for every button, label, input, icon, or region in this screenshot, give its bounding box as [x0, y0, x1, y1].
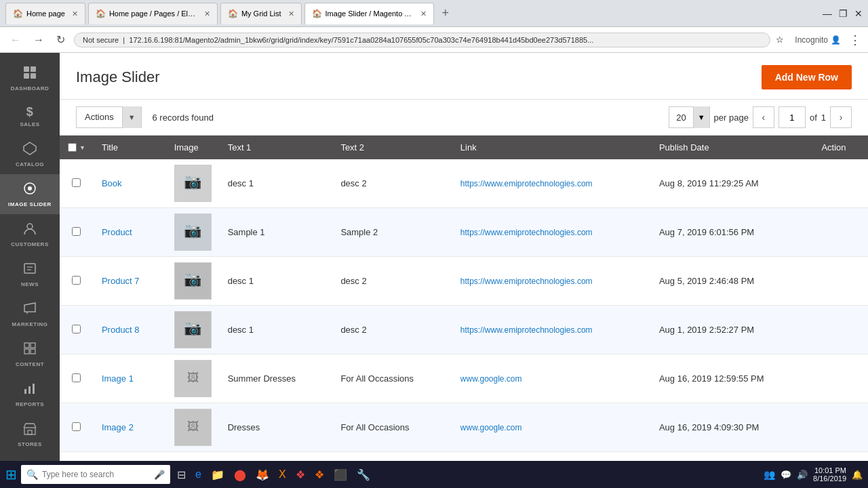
table-row: Book 📷 desc 1 desc 2 https://www.emiprot…	[60, 159, 868, 208]
url-bar[interactable]: Not secure | 172.16.6.198:81/Magento2/ad…	[74, 33, 770, 47]
back-button[interactable]: ←	[7, 33, 24, 47]
header-checkbox-dropdown[interactable]: ▼	[79, 144, 85, 151]
svg-rect-20	[24, 428, 35, 434]
row-title-cell: Image 1	[94, 354, 166, 403]
xampp-icon[interactable]: X	[276, 467, 289, 482]
customers-label: CUSTOMERS	[11, 241, 48, 247]
row-title-link[interactable]: Product 7	[102, 276, 140, 286]
app-icon-3[interactable]: ⬛	[331, 467, 350, 483]
svg-rect-2	[24, 73, 29, 79]
task-view-icon[interactable]: ⊟	[174, 467, 189, 483]
row-title-link[interactable]: Product 8	[102, 325, 140, 335]
sidebar-item-sales[interactable]: $ SALES	[0, 98, 60, 134]
tab-1[interactable]: 🏠 Home page ✕	[5, 3, 85, 24]
marketing-label: MARKETING	[12, 321, 48, 327]
per-page-label: per page	[714, 113, 749, 123]
tab-3[interactable]: 🏠 My Grid List ✕	[220, 3, 302, 24]
taskbar-search-input[interactable]	[42, 470, 150, 479]
row-title-link[interactable]: Book	[102, 178, 122, 188]
row-publish-date: Aug 16, 2019 12:59:55 PM	[651, 354, 813, 403]
main-content: Image Slider Add New Row Actions ▼ 6 rec…	[60, 53, 868, 461]
table-body: Book 📷 desc 1 desc 2 https://www.emiprot…	[60, 159, 868, 452]
taskbar-volume-icon[interactable]: 🔊	[797, 470, 808, 480]
sidebar-item-news[interactable]: NEWS	[0, 254, 60, 294]
header-image: Image	[166, 136, 220, 159]
close-icon[interactable]: ✕	[854, 8, 863, 19]
next-page-button[interactable]: ›	[830, 106, 852, 128]
app-icon-2[interactable]: ❖	[312, 467, 327, 483]
explorer-icon[interactable]: 📁	[208, 467, 227, 483]
address-bar: ← → ↻ Not secure | 172.16.6.198:81/Magen…	[0, 27, 868, 53]
row-checkbox[interactable]	[72, 276, 81, 285]
tab1-close[interactable]: ✕	[72, 9, 78, 18]
row-image: 🖼	[174, 409, 212, 446]
app-icon-1[interactable]: ❖	[293, 467, 308, 483]
add-new-row-button[interactable]: Add New Row	[762, 65, 852, 89]
sidebar-item-dashboard[interactable]: DASHBOARD	[0, 58, 60, 98]
bookmark-icon[interactable]: ☆	[776, 35, 784, 45]
row-publish-date: Aug 1, 2019 2:52:27 PM	[651, 306, 813, 354]
header-link: Link	[452, 136, 651, 159]
per-page-select[interactable]: 20 ▼	[669, 106, 709, 128]
row-checkbox[interactable]	[72, 325, 81, 333]
browser-chrome: 🏠 Home page ✕ 🏠 Home page / Pages / Elem…	[0, 0, 868, 27]
forward-button[interactable]: →	[30, 33, 47, 47]
row-checkbox[interactable]	[72, 373, 81, 382]
tab-4[interactable]: 🏠 Image Slider / Magento Admin ✕	[304, 3, 434, 24]
sidebar-item-customers[interactable]: CUSTOMERS	[0, 214, 60, 254]
maximize-icon[interactable]: ❐	[839, 8, 848, 19]
tab3-close[interactable]: ✕	[288, 9, 294, 18]
incognito-indicator: Incognito 👤	[795, 35, 841, 45]
taskbar-right: 👥 💬 🔊 10:01 PM 8/16/2019 🔔	[764, 466, 863, 483]
row-title-cell: Product 7	[94, 257, 166, 306]
row-checkbox[interactable]	[72, 227, 81, 236]
windows-start-button[interactable]: ⊞	[5, 466, 17, 483]
menu-icon[interactable]: ⋮	[849, 33, 861, 47]
refresh-button[interactable]: ↻	[53, 32, 68, 47]
new-tab-button[interactable]: +	[437, 6, 455, 20]
taskbar-people-icon[interactable]: 👥	[764, 469, 775, 480]
row-title-link[interactable]: Image 1	[102, 373, 134, 384]
edge-icon[interactable]: e	[193, 467, 204, 482]
taskbar-notification-bell[interactable]: 🔔	[852, 470, 863, 480]
row-title-cell: Image 2	[94, 403, 166, 452]
sidebar-item-content[interactable]: CONTENT	[0, 334, 60, 374]
taskbar-mic-icon[interactable]: 🎤	[154, 470, 165, 480]
page-number-input[interactable]	[778, 106, 806, 128]
prev-page-button[interactable]: ‹	[753, 106, 774, 128]
row-checkbox[interactable]	[72, 422, 81, 431]
tab-2[interactable]: 🏠 Home page / Pages / Elements / ✕	[88, 3, 218, 24]
incognito-label: Incognito	[795, 35, 828, 45]
svg-rect-13	[24, 343, 29, 348]
minimize-icon[interactable]: —	[823, 8, 832, 19]
row-image-cell: 📷	[166, 208, 220, 257]
reports-icon	[22, 381, 37, 399]
table-container: ▼ Title Image Text 1 Text 2 Link Publish…	[60, 136, 868, 461]
taskbar-clock[interactable]: 10:01 PM 8/16/2019	[813, 466, 846, 483]
row-image: 📷	[174, 262, 212, 300]
row-title-link[interactable]: Product	[102, 227, 132, 237]
row-checkbox[interactable]	[72, 178, 81, 187]
taskbar-search-box[interactable]: 🔍 🎤	[21, 465, 170, 484]
header-checkbox-col[interactable]: ▼	[60, 136, 94, 159]
sidebar-item-settings[interactable]: SETTINGS	[0, 454, 60, 461]
row-link: https://www.emiprotechnologies.com	[452, 257, 651, 306]
firefox-icon[interactable]: 🦊	[253, 467, 272, 483]
select-all-checkbox[interactable]	[68, 143, 77, 152]
header-publish-date: Publish Date	[651, 136, 813, 159]
app-icon-4[interactable]: 🔧	[354, 467, 373, 483]
taskbar-notification-icon[interactable]: 💬	[781, 470, 791, 480]
tab4-close[interactable]: ✕	[420, 9, 427, 18]
sidebar-item-reports[interactable]: REPORTS	[0, 374, 60, 414]
sidebar-item-marketing[interactable]: MARKETING	[0, 294, 60, 334]
sidebar-item-catalog[interactable]: CATALOG	[0, 134, 60, 174]
table-header-row: ▼ Title Image Text 1 Text 2 Link Publish…	[60, 136, 868, 159]
tab2-favicon: 🏠	[96, 9, 105, 18]
page-header: Image Slider Add New Row	[60, 53, 868, 100]
actions-dropdown[interactable]: Actions ▼	[76, 106, 142, 128]
row-title-link[interactable]: Image 2	[102, 422, 134, 432]
chrome-icon[interactable]: ⬤	[231, 467, 249, 483]
sidebar-item-stores[interactable]: STORES	[0, 414, 60, 454]
sidebar-item-image-slider[interactable]: IMAGE SLIDER	[0, 174, 60, 214]
tab2-close[interactable]: ✕	[204, 9, 210, 18]
